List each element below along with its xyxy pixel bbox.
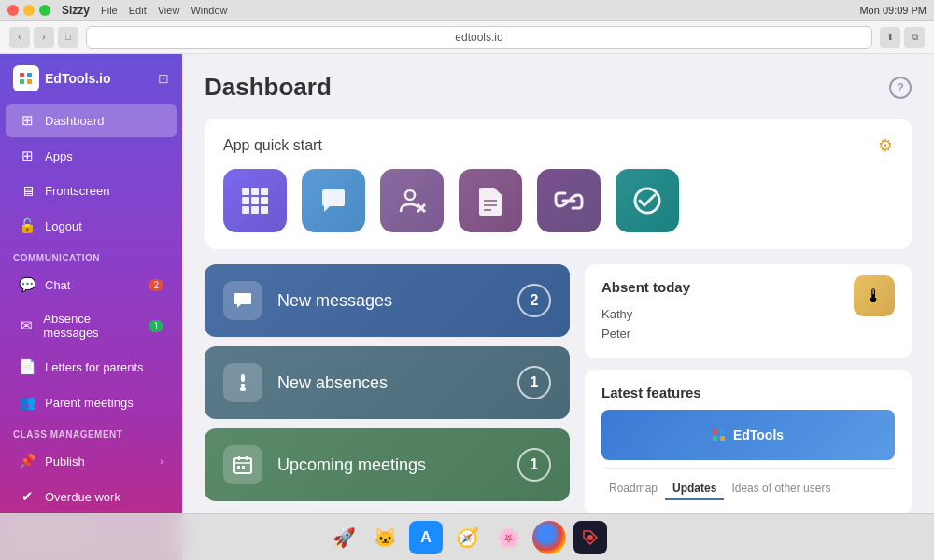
app-name: Sizzy — [62, 4, 90, 17]
quick-start-section: App quick start ⚙ — [205, 119, 912, 249]
svg-point-12 — [405, 190, 415, 200]
svg-rect-2 — [261, 188, 268, 195]
new-messages-card[interactable]: New messages 2 — [205, 264, 570, 337]
frontscreen-icon: 🖥 — [19, 183, 35, 199]
sidebar-item-letters[interactable]: 📄 Letters for parents — [6, 350, 177, 384]
dock: 🚀 🐱 A 🧭 🌸 — [0, 513, 934, 560]
browser-actions: ⬆ ⧉ — [880, 27, 925, 48]
overdue-icon: ✔ — [19, 488, 35, 505]
letters-icon: 📄 — [19, 358, 35, 375]
svg-point-20 — [238, 298, 241, 301]
address-bar[interactable]: edtools.io — [86, 26, 872, 49]
app-icon-grid[interactable] — [223, 169, 287, 232]
dock-item-photos[interactable]: 🌸 — [491, 521, 525, 554]
share-button[interactable]: ⬆ — [880, 27, 900, 48]
absences-count: 1 — [517, 366, 551, 399]
new-messages-label: New messages — [277, 291, 502, 311]
dashboard-columns: New messages 2 New absences 1 — [205, 264, 912, 515]
svg-point-10 — [332, 196, 335, 200]
sidebar-label-dashboard: Dashboard — [45, 114, 105, 128]
logo-dot-3 — [20, 79, 24, 84]
sidebar: EdTools.io ⊡ ⊞ Dashboard ⊞ Apps 🖥 Fronts… — [0, 54, 182, 560]
minimize-button[interactable] — [23, 5, 35, 16]
sidebar-item-absence-messages[interactable]: ✉ Absence messages 1 — [6, 303, 177, 348]
close-button[interactable] — [7, 5, 19, 16]
feature-logo: EdTools — [713, 427, 784, 442]
tab-roadmap[interactable]: Roadmap — [601, 478, 665, 500]
browserbar: ‹ › □ edtools.io ⬆ ⧉ — [0, 21, 934, 54]
publish-icon: 📌 — [19, 453, 35, 469]
publish-arrow: › — [160, 455, 163, 467]
new-absences-card[interactable]: New absences 1 — [205, 346, 570, 419]
back-button[interactable]: ‹ — [9, 27, 30, 48]
page-header: Dashboard ? — [205, 73, 912, 102]
logout-icon: 🔓 — [19, 217, 35, 234]
settings-icon[interactable]: ⚙ — [878, 135, 893, 156]
menu-window[interactable]: Window — [191, 5, 227, 16]
svg-rect-23 — [241, 374, 245, 382]
svg-point-11 — [337, 196, 341, 200]
menu-edit[interactable]: Edit — [129, 5, 147, 16]
svg-rect-0 — [242, 188, 249, 195]
sidebar-item-overdue[interactable]: ✔ Overdue work — [6, 480, 177, 513]
section-class-management: CLASS MANAGEMENT — [0, 420, 182, 443]
menu-view[interactable]: View — [158, 5, 180, 16]
messages-count: 2 — [517, 284, 551, 317]
sidebar-expand-icon[interactable]: ⊡ — [158, 71, 169, 86]
sidebar-item-frontscreen[interactable]: 🖥 Frontscreen — [6, 175, 177, 207]
tab-updates[interactable]: Updates — [665, 478, 724, 500]
app-icon-chat[interactable] — [302, 169, 365, 232]
latest-features-card: Latest features EdTools — [585, 370, 912, 515]
latest-features-title: Latest features — [601, 385, 895, 400]
sidebar-label-letters: Letters for parents — [45, 360, 144, 374]
absent-list: Kathy Peter — [601, 304, 854, 343]
sidebar-label-apps: Apps — [45, 149, 73, 163]
maximize-button[interactable] — [39, 5, 50, 16]
chat-icon: 💬 — [19, 276, 35, 293]
absences-card-icon — [223, 363, 262, 402]
app-icon-link[interactable] — [537, 169, 601, 232]
svg-rect-1 — [251, 188, 259, 195]
sidebar-item-chat[interactable]: 💬 Chat 2 — [6, 268, 177, 301]
absence-icon: ✉ — [19, 317, 34, 334]
upcoming-meetings-label: Upcoming meetings — [277, 455, 502, 475]
expand-button[interactable]: ⧉ — [904, 27, 925, 48]
menu-file[interactable]: File — [101, 5, 118, 16]
dashboard-icon: ⊞ — [19, 112, 35, 129]
sidebar-item-apps[interactable]: ⊞ Apps — [6, 139, 177, 173]
dock-item-chrome[interactable] — [532, 521, 566, 554]
upcoming-meetings-card[interactable]: Upcoming meetings 1 — [205, 428, 570, 501]
sidebar-label-parent-meetings: Parent meetings — [45, 396, 134, 410]
sidebar-item-publish[interactable]: 📌 Publish › — [6, 444, 177, 478]
svg-point-32 — [587, 535, 593, 540]
tab-ideas[interactable]: Ideas of other users — [724, 478, 838, 500]
quick-start-title: App quick start — [223, 137, 322, 154]
app-icon-checkmark[interactable] — [616, 169, 679, 232]
sidebar-label-logout: Logout — [45, 219, 82, 233]
refresh-button[interactable]: □ — [58, 27, 78, 48]
absent-today-title: Absent today — [601, 279, 854, 295]
sidebar-item-dashboard[interactable]: ⊞ Dashboard — [6, 104, 177, 137]
app-icon-user-remove[interactable] — [380, 169, 444, 232]
sidebar-item-logout[interactable]: 🔓 Logout — [6, 209, 177, 243]
forward-button[interactable]: › — [34, 27, 54, 48]
absent-student-2: Peter — [601, 324, 854, 343]
feature-logo-text: EdTools — [733, 427, 784, 442]
absent-student-1: Kathy — [601, 304, 854, 324]
dock-item-appstore[interactable]: A — [409, 521, 443, 554]
dock-item-launchpad[interactable]: 🚀 — [327, 521, 361, 554]
dock-item-safari[interactable]: 🧭 — [450, 521, 484, 554]
app-icon-document[interactable] — [459, 169, 522, 232]
help-button[interactable]: ? — [889, 77, 912, 99]
apps-icon: ⊞ — [19, 147, 35, 164]
meetings-card-icon — [223, 445, 262, 484]
absent-today-icon: 🌡 — [854, 275, 895, 316]
logo-dot-1 — [20, 73, 24, 77]
sidebar-label-frontscreen: Frontscreen — [45, 184, 109, 198]
dock-item-app7[interactable] — [573, 521, 607, 554]
dock-item-finder[interactable]: 🐱 — [368, 521, 402, 554]
logo-dot-2 — [27, 73, 32, 77]
sidebar-item-parent-meetings[interactable]: 👥 Parent meetings — [6, 385, 177, 419]
sidebar-label-overdue: Overdue work — [45, 490, 120, 504]
main-content: Dashboard ? App quick start ⚙ — [182, 54, 934, 560]
